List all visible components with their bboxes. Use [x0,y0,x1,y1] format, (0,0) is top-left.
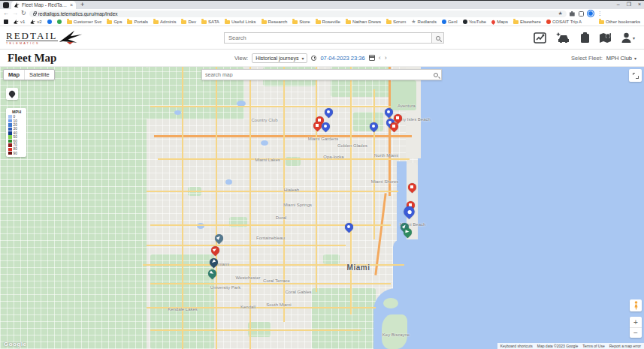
bookmark-item[interactable]: Roseville [316,20,340,24]
legend-row: 90 [8,152,25,155]
clock-icon[interactable] [311,56,316,61]
back-button[interactable]: ← [3,11,9,17]
bookmark-item[interactable]: Useful Links [225,20,256,24]
vehicle-marker[interactable] [210,258,218,269]
browser-menu-icon[interactable]: ⋮ [597,11,603,17]
lock-icon [33,13,36,16]
vehicle-alerts-icon[interactable] [556,32,570,43]
legend-swatch [8,135,12,139]
reload-button[interactable]: ↻ [21,11,26,17]
window-close-button[interactable]: × [638,2,641,8]
tab-search-icon[interactable] [3,2,9,8]
bookmark-item[interactable]: Maps [491,20,508,24]
browser-tab[interactable]: Fleet Map - RedTail Telematics × [11,1,76,9]
speed-legend: MPH 0102030405060708090 [6,108,26,157]
new-tab-button[interactable]: + [80,1,84,8]
map-type-satellite-button[interactable]: Satellite [24,70,54,80]
bookmark-item[interactable]: SATA [201,20,219,24]
vehicle-marker[interactable] [370,122,378,133]
vehicle-marker[interactable] [313,122,322,132]
folder-icon [386,20,392,24]
window-restore-button[interactable]: ❐ [627,2,631,8]
bookmark-item[interactable]: Elsewhere [513,20,541,24]
bookmark-item[interactable]: YouTube [463,20,487,24]
search-input[interactable] [224,32,431,44]
bookmark-item[interactable]: Portals [127,20,148,24]
next-period-button[interactable]: › [385,55,387,62]
vehicle-marker[interactable] [322,122,330,133]
pegman-button[interactable] [630,299,642,311]
map-place-label: Fontainebleau [256,236,285,240]
vehicle-marker[interactable] [404,228,412,239]
address-bar[interactable]: redtailgps.telematics.guru/map/index ★ [29,11,567,17]
zoom-control: + − [630,317,642,338]
legend-swatch [8,128,12,131]
zoom-in-button[interactable]: + [630,317,642,327]
vehicle-marker[interactable] [325,108,333,119]
profile-avatar[interactable] [588,11,594,17]
vehicle-marker[interactable] [385,108,393,119]
attribution-link[interactable]: Report a map error [609,344,641,348]
bookmark-star-icon[interactable]: ★ [558,11,562,17]
bookmark-item[interactable]: Nathan Drews [346,20,381,24]
prev-period-button[interactable]: ‹ [379,55,381,62]
bookmark-item[interactable] [4,20,8,24]
bookmark-item[interactable]: Store [292,20,310,24]
vehicle-marker[interactable] [390,122,398,133]
tab-close-icon[interactable]: × [70,2,73,8]
map-search-input[interactable] [205,72,434,77]
bookmark-item[interactable]: Dev [181,20,196,24]
site-favicon [546,20,551,24]
marker-dot-icon [324,125,327,128]
bookmark-item[interactable]: ★Redlands [411,20,437,24]
zoom-out-button[interactable]: − [630,327,642,338]
attribution-link[interactable]: Map data ©2023 Google [537,344,579,348]
vehicle-marker[interactable] [208,269,216,280]
marker-toggle-button[interactable] [6,88,18,100]
bookmark-item[interactable]: v2 [30,20,41,24]
map-icon[interactable] [600,32,612,44]
other-bookmarks[interactable]: Other bookmarks [599,20,640,24]
reading-list-icon[interactable] [579,11,584,17]
reports-chart-icon[interactable] [534,32,546,44]
map-canvas[interactable]: Map Satellite MPH 0102030405060708090 Mi… [0,67,644,349]
bookmark-item[interactable]: v1 [14,20,25,24]
vehicle-marker[interactable] [345,223,353,233]
search-button[interactable] [431,32,444,44]
vehicle-marker[interactable] [408,183,416,194]
user-menu[interactable]: ▾ [621,32,635,43]
folder-icon [599,20,604,24]
search-icon[interactable] [434,73,438,77]
bookmark-item[interactable]: Scrum [386,20,406,24]
attribution-link[interactable]: Keyboard shortcuts [500,344,533,348]
fullscreen-button[interactable] [629,69,642,82]
vehicle-marker[interactable] [215,234,223,245]
view-select[interactable]: Historical journeys ▾ [252,53,307,63]
chevron-down-icon: ▾ [633,35,635,41]
bookmark-item[interactable]: COSAIT Trip A [546,20,582,24]
bookmark-item[interactable]: Research [262,20,288,24]
attribution-link[interactable]: Terms of Use [582,344,604,348]
bookmark-item[interactable] [47,20,52,24]
bookmark-item[interactable]: Gps [107,20,122,24]
fleet-select[interactable]: MPH Club ▾ [606,55,636,62]
map-type-map-button[interactable]: Map [4,70,24,80]
bookmark-item[interactable]: Genl [442,20,458,24]
map-place-label: North Miami [374,153,398,158]
forward-button[interactable]: → [12,11,18,17]
extensions-icon[interactable] [570,11,575,17]
folder-icon [262,20,267,24]
bookmark-item[interactable]: Adminis [153,20,176,24]
site-favicon [47,20,52,24]
bookmark-item[interactable] [57,20,62,24]
datetime-value[interactable]: 07-04-2023 23:36 [320,55,364,62]
vehicle-marker[interactable] [404,206,414,219]
bookmark-item[interactable]: Customer Svc [67,20,102,24]
calendar-icon[interactable] [369,55,375,61]
map-place-label: University Park [210,285,240,290]
clipboard-icon[interactable] [580,32,590,44]
window-minimize-button[interactable]: – [617,2,620,8]
vehicle-marker[interactable] [211,246,219,257]
brand-logo[interactable]: REDTAIL TELEMATICS [6,29,83,46]
map-attribution: Keyboard shortcutsMap data ©2023 GoogleT… [497,343,644,349]
